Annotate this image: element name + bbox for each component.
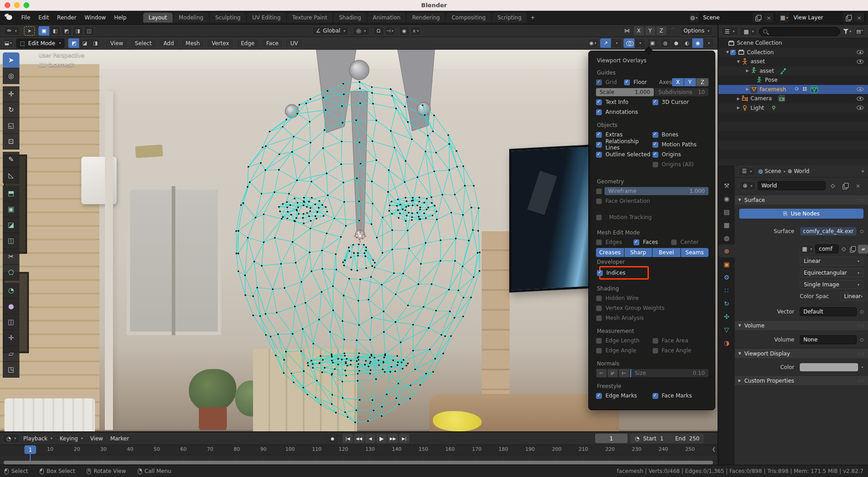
proportional-editing-icon[interactable]: ◉: [399, 26, 410, 36]
frame-tick-120[interactable]: 120: [339, 446, 348, 452]
outliner-row-light[interactable]: ▶Light: [718, 103, 868, 113]
floor-checkbox[interactable]: [624, 80, 630, 85]
frame-tick-30[interactable]: 30: [100, 446, 107, 452]
grid-checkbox[interactable]: [596, 80, 602, 85]
frame-tick-210[interactable]: 210: [579, 446, 588, 452]
properties-tab-view-layer[interactable]: ▦: [718, 218, 735, 231]
text-info-checkbox[interactable]: [596, 99, 602, 105]
tool-loop-cut[interactable]: ◫: [3, 233, 19, 249]
axis-z-toggle[interactable]: Z: [696, 78, 708, 86]
show-gizmo-icon[interactable]: ↗: [600, 38, 611, 48]
shading-wireframe-icon[interactable]: ◍: [660, 38, 671, 48]
interpolation-dropdown[interactable]: Linear▾: [800, 257, 863, 266]
frame-tick-140[interactable]: 140: [392, 446, 402, 452]
outliner-row-facemesh[interactable]: ▶facemesh: [718, 85, 868, 94]
color-swatch[interactable]: [800, 363, 858, 371]
tool-inset-faces[interactable]: ▣: [3, 201, 19, 217]
creases-button[interactable]: Creases: [596, 248, 624, 257]
current-frame-indicator[interactable]: 1: [24, 445, 36, 454]
outliner-item-label[interactable]: asset: [751, 58, 765, 65]
viewport-menu-view[interactable]: View: [105, 38, 128, 48]
tool-smooth[interactable]: ●: [3, 299, 19, 314]
seams-button[interactable]: Seams: [681, 248, 709, 257]
snap-magnet-icon[interactable]: Ω: [373, 26, 384, 36]
face-select-mode-icon[interactable]: ◨: [90, 38, 101, 48]
motion-tracking-checkbox[interactable]: [596, 215, 602, 220]
tool-rip-region[interactable]: ◳: [3, 362, 19, 378]
use-preview-range-icon[interactable]: ◔: [635, 435, 639, 442]
frame-tick-220[interactable]: 220: [605, 446, 615, 452]
viewport-menu-add[interactable]: Add: [159, 38, 179, 48]
jump-to-end-button[interactable]: ▶|: [399, 434, 409, 443]
visibility-eye-icon[interactable]: [857, 106, 863, 110]
new-world-copy-icon[interactable]: [840, 181, 851, 191]
timeline-menu-playback[interactable]: Playback▾: [20, 434, 56, 443]
outliner-row-pose[interactable]: Pose: [718, 75, 868, 85]
filter-funnel-dropdown[interactable]: ▾: [842, 27, 853, 37]
open-image-folder-icon[interactable]: ▰: [858, 244, 868, 254]
next-keyframe-button[interactable]: ▶▶: [388, 434, 398, 443]
properties-tab-physics[interactable]: ↻: [718, 297, 735, 310]
properties-tab-world[interactable]: ⊕: [718, 244, 735, 257]
outliner-row-camera[interactable]: ▶Camera: [718, 94, 868, 103]
image-browse-dropdown[interactable]: ▦▾: [800, 244, 814, 254]
outliner-filter-id-dropdown[interactable]: ▦▾: [740, 27, 757, 36]
menu-edit[interactable]: Edit: [34, 13, 53, 22]
breadcrumb-scene[interactable]: Scene: [765, 168, 781, 174]
outliner-row-scene-collection[interactable]: Scene Collection: [718, 38, 868, 48]
axis-x-toggle[interactable]: X: [672, 78, 684, 86]
tool-shrink-fatten[interactable]: ✛: [3, 330, 19, 346]
mirror-z-toggle[interactable]: Z: [657, 26, 666, 35]
jump-to-start-button[interactable]: |◀: [343, 434, 353, 443]
tool-spin[interactable]: ◔: [3, 283, 19, 299]
tool-measure[interactable]: ◺: [3, 168, 19, 183]
color-dot-icon[interactable]: •: [861, 365, 863, 369]
visibility-eye-icon[interactable]: [857, 60, 863, 64]
image-name-field[interactable]: comf: [815, 244, 839, 253]
node-dot-icon[interactable]: ○: [860, 229, 863, 234]
volume-panel-header[interactable]: ▼Volume::::: [735, 320, 868, 330]
frame-tick-190[interactable]: 190: [525, 446, 535, 452]
workspace-tab-animation[interactable]: Animation: [367, 13, 406, 23]
frame-tick-170[interactable]: 170: [472, 446, 482, 452]
remove-view-layer-icon[interactable]: ×: [854, 13, 865, 23]
select-mode-intersect-icon[interactable]: ◫: [84, 26, 94, 36]
frame-tick-90[interactable]: 90: [260, 446, 267, 452]
active-tool-icon[interactable]: ➤: [24, 26, 35, 36]
edge-marks-checkbox[interactable]: [596, 393, 602, 399]
face-area-checkbox[interactable]: [652, 338, 658, 344]
view-layer-icon[interactable]: ▦▾: [779, 13, 790, 23]
viewport-menu-uv[interactable]: UV: [285, 38, 303, 48]
frame-tick-180[interactable]: 180: [499, 446, 508, 452]
workspace-tab-layout[interactable]: Layout: [143, 13, 173, 23]
image-fake-user-icon[interactable]: ◇: [840, 244, 848, 254]
workspace-tab-uv-editing[interactable]: UV Editing: [247, 13, 286, 23]
editor-type-icon[interactable]: ⬓▾: [3, 38, 14, 48]
tool-extrude-region[interactable]: ⬒: [3, 186, 19, 201]
mesh-data-icon[interactable]: [811, 86, 818, 93]
wireframe-checkbox[interactable]: [596, 188, 602, 194]
frame-tick-20[interactable]: 20: [74, 446, 80, 452]
select-mode-set-icon[interactable]: ▣: [38, 26, 49, 36]
custom-properties-panel-header[interactable]: ▶Custom Properties::::: [735, 375, 868, 385]
camera-data-icon[interactable]: [778, 95, 785, 102]
vector-dot-icon[interactable]: ○: [860, 309, 863, 314]
origins-all-checkbox[interactable]: [652, 162, 658, 168]
collapse-arrow-icon[interactable]: ❮: [712, 447, 716, 452]
editor-type-button[interactable]: ✏▾: [4, 26, 20, 36]
wrench-icon[interactable]: [793, 86, 800, 93]
breadcrumb-world[interactable]: World: [794, 168, 809, 174]
expander-icon[interactable]: ▶: [736, 97, 741, 101]
expander-icon[interactable]: ▼: [736, 60, 741, 64]
current-frame-field[interactable]: 1: [595, 434, 628, 443]
frame-tick-230[interactable]: 230: [632, 446, 642, 452]
outliner-row-collection[interactable]: ▼Collection: [718, 48, 868, 57]
tool-select-box[interactable]: ➤: [3, 52, 19, 68]
menu-file[interactable]: File: [17, 13, 34, 22]
new-scene-icon[interactable]: [753, 13, 764, 23]
frame-tick-240[interactable]: 240: [659, 446, 668, 452]
viewport-menu-vertex[interactable]: Vertex: [206, 38, 234, 48]
mirror-x-toggle[interactable]: X: [634, 26, 644, 35]
outliner-item-label[interactable]: Light: [751, 105, 764, 111]
transform-orientation-dropdown[interactable]: ∠ Global▾: [312, 26, 349, 36]
